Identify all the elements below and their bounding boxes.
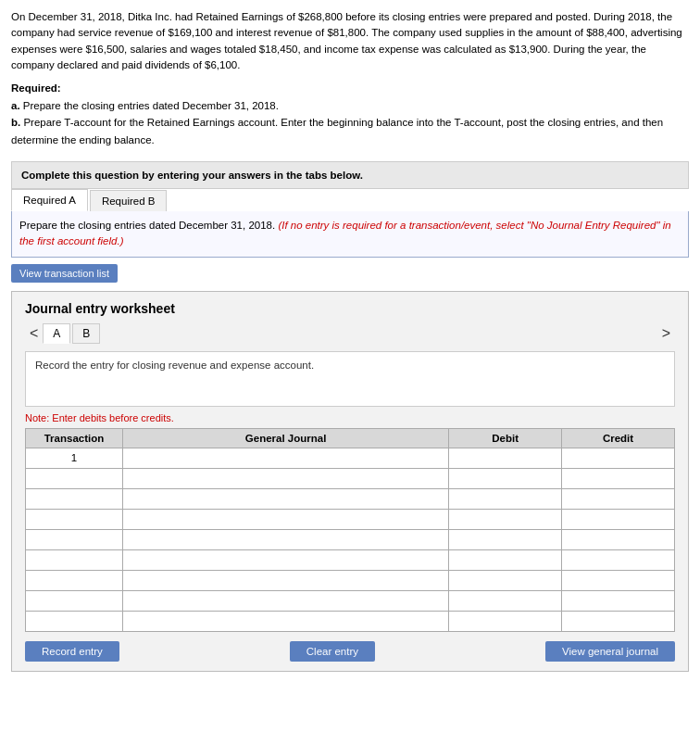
debit-cell[interactable] [449,488,562,509]
credit-input[interactable] [566,534,670,545]
view-transaction-button[interactable]: View transaction list [11,264,118,283]
col-general-journal: General Journal [123,428,449,448]
general-journal-cell[interactable] [123,570,449,590]
credit-cell[interactable] [562,570,675,590]
transaction-cell: 1 [26,448,123,468]
general-journal-cell[interactable] [123,590,449,611]
journal-input[interactable] [127,452,444,463]
worksheet-tab-a[interactable]: A [43,323,70,344]
general-journal-cell[interactable] [123,549,449,570]
debit-cell[interactable] [449,611,562,631]
table-row [26,468,675,488]
journal-input[interactable] [127,513,444,524]
debit-input[interactable] [453,615,557,626]
general-journal-cell[interactable] [123,611,449,631]
table-row [26,529,675,549]
table-row [26,570,675,590]
debit-cell[interactable] [449,509,562,529]
credit-cell[interactable] [562,611,675,631]
debit-cell[interactable] [449,549,562,570]
debit-cell[interactable] [449,590,562,611]
table-row [26,509,675,529]
transaction-cell [26,488,123,509]
credit-input[interactable] [566,452,670,463]
debit-cell[interactable] [449,570,562,590]
record-entry-button[interactable]: Record entry [25,641,119,662]
debit-input[interactable] [453,473,557,484]
general-journal-cell[interactable] [123,488,449,509]
debit-input[interactable] [453,452,557,463]
item-b-text: Prepare T-account for the Retained Earni… [11,117,663,145]
problem-text: On December 31, 2018, Ditka Inc. had Ret… [11,9,689,73]
complete-box: Complete this question by entering your … [11,161,689,189]
journal-input[interactable] [127,493,444,504]
journal-input[interactable] [127,615,444,626]
item-a-label: a. [11,100,20,111]
nav-right-arrow[interactable]: > [657,323,675,344]
instruction-text: Prepare the closing entries dated Decemb… [19,220,275,231]
credit-cell[interactable] [562,590,675,611]
tab-required-a[interactable]: Required A [11,189,88,211]
debit-input[interactable] [453,554,557,565]
debit-cell[interactable] [449,448,562,468]
journal-input[interactable] [127,534,444,545]
main-container: On December 31, 2018, Ditka Inc. had Ret… [0,0,700,681]
credit-cell[interactable] [562,549,675,570]
general-journal-cell[interactable] [123,448,449,468]
item-a-text: Prepare the closing entries dated Decemb… [23,100,279,111]
credit-input[interactable] [566,513,670,524]
table-row [26,488,675,509]
general-journal-cell[interactable] [123,468,449,488]
credit-input[interactable] [566,554,670,565]
debit-input[interactable] [453,493,557,504]
credit-input[interactable] [566,473,670,484]
transaction-cell [26,468,123,488]
journal-input[interactable] [127,473,444,484]
item-b-label: b. [11,117,20,128]
debit-input[interactable] [453,595,557,606]
journal-table: Transaction General Journal Debit Credit… [25,428,675,632]
table-row [26,549,675,570]
credit-input[interactable] [566,615,670,626]
table-row: 1 [26,448,675,468]
view-general-journal-button[interactable]: View general journal [545,641,675,662]
col-debit: Debit [449,428,562,448]
credit-input[interactable] [566,595,670,606]
tab-required-b[interactable]: Required B [90,190,168,211]
credit-cell[interactable] [562,509,675,529]
transaction-cell [26,509,123,529]
nav-row: < A B > [25,323,675,344]
journal-input[interactable] [127,574,444,586]
instruction-box: Prepare the closing entries dated Decemb… [11,211,689,258]
debit-cell[interactable] [449,529,562,549]
credit-cell[interactable] [562,488,675,509]
credit-input[interactable] [566,574,670,586]
credit-cell[interactable] [562,448,675,468]
general-journal-cell[interactable] [123,529,449,549]
debit-cell[interactable] [449,468,562,488]
credit-cell[interactable] [562,468,675,488]
bottom-buttons: Record entry Clear entry View general jo… [25,641,675,662]
debit-input[interactable] [453,534,557,545]
journal-input[interactable] [127,554,444,565]
clear-entry-button[interactable]: Clear entry [290,641,375,662]
credit-input[interactable] [566,493,670,504]
journal-input[interactable] [127,595,444,606]
nav-left-arrow[interactable]: < [25,323,43,344]
table-row [26,590,675,611]
transaction-cell [26,549,123,570]
entry-description-box: Record the entry for closing revenue and… [25,351,675,407]
worksheet-container: Journal entry worksheet < A B > Record t… [11,291,689,672]
worksheet-tab-b[interactable]: B [72,323,100,344]
credit-cell[interactable] [562,529,675,549]
general-journal-cell[interactable] [123,509,449,529]
required-label: Required: [11,82,689,94]
col-transaction: Transaction [26,428,123,448]
table-row [26,611,675,631]
sub-items: a. Prepare the closing entries dated Dec… [11,97,689,148]
debit-input[interactable] [453,574,557,586]
worksheet-title: Journal entry worksheet [25,301,675,316]
transaction-cell [26,570,123,590]
debit-input[interactable] [453,513,557,524]
complete-box-text: Complete this question by entering your … [21,170,363,181]
